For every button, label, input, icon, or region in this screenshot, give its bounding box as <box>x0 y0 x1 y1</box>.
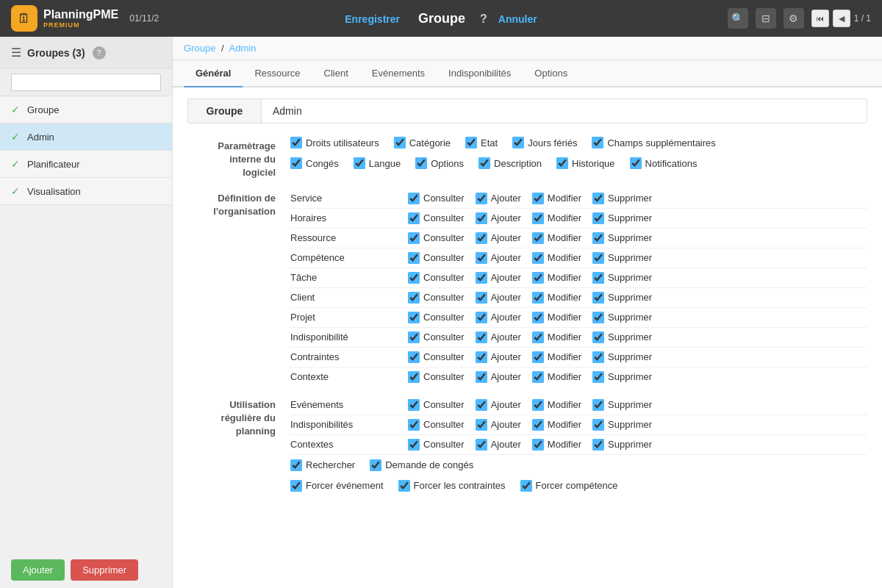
perm-actions-tache: Consulter Ajouter Modifier Supprimer <box>408 272 652 284</box>
cb-notifications-input[interactable] <box>630 157 642 169</box>
cb-categorie-input[interactable] <box>394 137 406 148</box>
tab-evenements[interactable]: Evénements <box>360 60 437 87</box>
cb-options-label: Options <box>431 158 464 169</box>
logo-sub: PREMIUM <box>43 21 118 29</box>
add-button[interactable]: Ajouter <box>11 559 65 581</box>
tab-indisponibilites[interactable]: Indisponibilités <box>437 60 523 87</box>
cb-langue-input[interactable] <box>354 157 365 169</box>
perm-actions-contexte: Consulter Ajouter Modifier Supprimer <box>408 371 652 383</box>
cb-horaires-ajouter: Ajouter <box>476 212 521 224</box>
cb-contraintes-modifier: Modifier <box>532 351 581 363</box>
perm-name-horaires: Horaires <box>290 212 408 223</box>
form-area: Groupe Admin Paramètrageinterne dulogici… <box>173 87 882 516</box>
cb-contextes-ajouter: Ajouter <box>476 439 521 451</box>
cb-rechercher: Rechercher <box>290 459 355 471</box>
sidebar-menu-icon[interactable]: ☰ <box>11 46 21 60</box>
perm-name-contraintes: Contraintes <box>290 351 408 362</box>
sidebar-item-admin[interactable]: ✓ Admin <box>0 123 172 151</box>
cb-service-ajouter: Ajouter <box>476 193 521 204</box>
perm-actions-indisponibilite: Consulter Ajouter Modifier Supprimer <box>408 331 652 343</box>
cb-droits-utilisateurs: Droits utilisateurs <box>290 137 379 148</box>
cb-options-input[interactable] <box>415 157 427 169</box>
cb-contextes-consulter: Consulter <box>408 439 465 451</box>
cb-forcer-evenement-input[interactable] <box>290 480 302 492</box>
groupe-name-value[interactable]: Admin <box>262 99 867 123</box>
cb-competence-supprimer: Supprimer <box>592 252 652 264</box>
cb-demande-conges: Demande de congés <box>370 459 473 471</box>
perm-row-contraintes: Contraintes Consulter Ajouter Modifier S… <box>290 348 867 368</box>
cb-indispos-consulter: Consulter <box>408 419 465 431</box>
sidebar-help-icon[interactable]: ? <box>93 46 106 60</box>
sidebar-label-planificateur: Planificateur <box>27 159 80 170</box>
header-help-icon[interactable]: ? <box>480 12 487 25</box>
sidebar-item-planificateur[interactable]: ✓ Planificateur <box>0 151 172 178</box>
cb-contextes-modifier: Modifier <box>532 439 581 451</box>
cb-droits-input[interactable] <box>290 137 302 148</box>
cb-horaires-supprimer: Supprimer <box>592 212 652 224</box>
perm-row-ressource: Ressource Consulter Ajouter Modifier Sup… <box>290 229 867 248</box>
cb-rechercher-input[interactable] <box>290 459 302 471</box>
cb-ressource-ajouter: Ajouter <box>476 232 521 244</box>
cb-contexte-supprimer: Supprimer <box>592 371 652 383</box>
logo-text: PlanningPME <box>43 8 118 21</box>
cb-historique: Historique <box>556 157 615 169</box>
sidebar-buttons: Ajouter Supprimer <box>0 552 172 588</box>
breadcrumb-sep: / <box>221 43 224 54</box>
breadcrumb-groupe[interactable]: Groupe <box>184 43 215 54</box>
tab-options[interactable]: Options <box>523 60 579 87</box>
sidebar-item-groupe[interactable]: ✓ Groupe <box>0 96 172 123</box>
cb-evenements-ajouter: Ajouter <box>476 399 521 411</box>
cb-description-input[interactable] <box>478 157 490 169</box>
cb-description-label: Description <box>494 158 542 169</box>
cb-conges-input[interactable] <box>290 157 302 169</box>
tab-ressource[interactable]: Ressource <box>243 60 312 87</box>
perm-name-contexte: Contexte <box>290 371 408 382</box>
prev-page-button[interactable]: ◀ <box>833 10 850 27</box>
perm-name-ressource: Ressource <box>290 232 408 243</box>
cb-etat-input[interactable] <box>465 137 477 148</box>
cb-historique-input[interactable] <box>556 157 568 169</box>
cb-indispo-supprimer: Supprimer <box>592 331 652 343</box>
cb-forcer-evenement-label: Forcer événement <box>306 480 384 491</box>
cb-etat-label: Etat <box>481 137 498 148</box>
perm-row-indisponibilites: Indisponibilités Consulter Ajouter Modif… <box>290 415 867 435</box>
cb-forcer-contraintes-input[interactable] <box>398 480 410 492</box>
header-title: Enregistrer Groupe ? Annuler <box>345 11 537 26</box>
cb-forcer-competence-input[interactable] <box>520 480 532 492</box>
breadcrumb-admin[interactable]: Admin <box>229 43 257 54</box>
cb-ressource-consulter: Consulter <box>408 232 465 244</box>
perm-row-contexte: Contexte Consulter Ajouter Modifier Supp… <box>290 368 867 387</box>
tab-general[interactable]: Général <box>184 60 243 87</box>
sidebar-title: Groupes (3) <box>27 47 85 59</box>
cb-champs-input[interactable] <box>592 137 603 148</box>
cb-projet-modifier: Modifier <box>532 312 581 323</box>
cb-indispos-supprimer: Supprimer <box>592 419 652 431</box>
cb-client-consulter: Consulter <box>408 292 465 304</box>
delete-button[interactable]: Supprimer <box>71 559 138 581</box>
enregistrer-link[interactable]: Enregistrer <box>345 13 400 25</box>
gear-icon[interactable]: ⚙ <box>784 8 804 29</box>
cb-jours-input[interactable] <box>512 137 524 148</box>
search-icon[interactable]: 🔍 <box>728 8 748 29</box>
cb-indispo-ajouter: Ajouter <box>476 331 521 343</box>
perm-name-indisponibilites: Indisponibilités <box>290 419 408 430</box>
cb-horaires-modifier: Modifier <box>532 212 581 224</box>
first-page-button[interactable]: ⏮ <box>811 10 829 27</box>
annuler-link[interactable]: Annuler <box>498 13 537 25</box>
perm-row-horaires: Horaires Consulter Ajouter Modifier Supp… <box>290 209 867 229</box>
cb-jours-label: Jours fériés <box>528 137 577 148</box>
sidebar-search-input[interactable] <box>11 74 161 91</box>
utilisation-label: Utilisationrégulière duplanning <box>187 395 290 439</box>
layers-icon[interactable]: ⊟ <box>756 8 776 29</box>
cb-indispos-modifier: Modifier <box>532 419 581 431</box>
cb-horaires-consulter: Consulter <box>408 212 465 224</box>
perm-name-contextes: Contextes <box>290 439 408 450</box>
sidebar-item-visualisation[interactable]: ✓ Visualisation <box>0 178 172 205</box>
cb-service-supprimer: Supprimer <box>592 193 652 204</box>
cb-indispo-consulter: Consulter <box>408 331 465 343</box>
cb-forcer-evenement: Forcer événement <box>290 480 384 492</box>
cb-ressource-modifier: Modifier <box>532 232 581 244</box>
cb-demande-conges-input[interactable] <box>370 459 381 471</box>
tab-client[interactable]: Client <box>312 60 360 87</box>
sidebar-label-admin: Admin <box>27 132 54 143</box>
